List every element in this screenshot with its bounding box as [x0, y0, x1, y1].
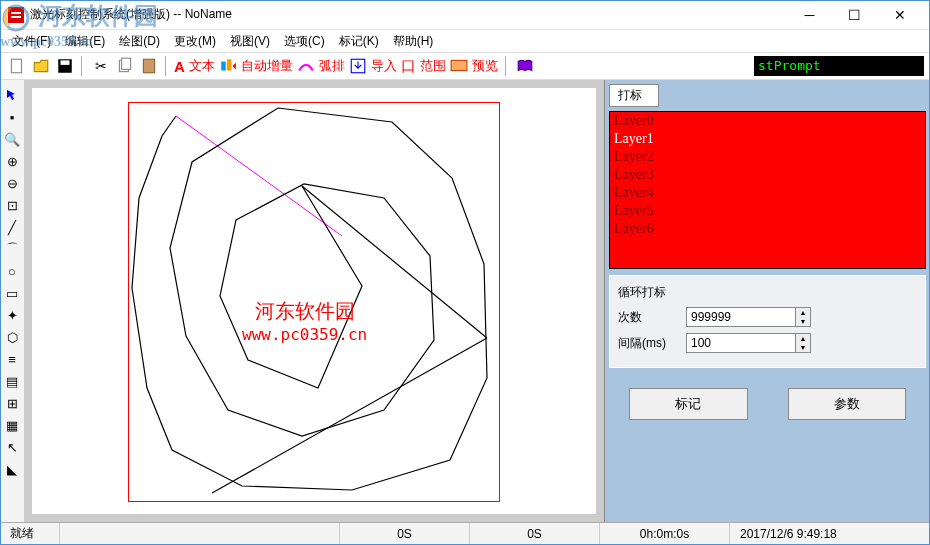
status-elapsed: 0h:0m:0s — [600, 523, 730, 544]
node-tool[interactable]: ▪ — [3, 108, 21, 126]
hatch-tool[interactable]: ▤ — [3, 372, 21, 390]
layer-item[interactable]: Layer1 — [610, 130, 925, 148]
curve-tool[interactable]: ⌒ — [3, 240, 21, 258]
polygon-tool[interactable]: ⬡ — [3, 328, 21, 346]
prompt-display: stPrompt — [754, 56, 924, 76]
svg-rect-8 — [143, 59, 154, 73]
autoinc-icon — [219, 57, 237, 75]
layer-list[interactable]: Layer0 Layer1 Layer2 Layer3 Layer4 Layer… — [609, 111, 926, 269]
line-tool[interactable]: ╱ — [3, 218, 21, 236]
status-time2: 0S — [470, 523, 600, 544]
canvas-area: 河东软件园 www.pc0359.cn — [24, 80, 604, 522]
svg-rect-3 — [11, 59, 21, 73]
zoom-tool[interactable]: 🔍 — [3, 130, 21, 148]
svg-rect-2 — [11, 16, 21, 18]
zoom-in-tool[interactable]: ⊕ — [3, 152, 21, 170]
layer-item[interactable]: Layer3 — [610, 166, 925, 184]
layer-item[interactable]: Layer5 — [610, 202, 925, 220]
status-datetime: 2017/12/6 9:49:18 — [730, 523, 930, 544]
grid-tool[interactable]: ▦ — [3, 416, 21, 434]
left-toolbar: ▪ 🔍 ⊕ ⊖ ⊡ ╱ ⌒ ○ ▭ ✦ ⬡ ≡ ▤ ⊞ ▦ ↖ ◣ — [0, 80, 24, 522]
main-toolbar: ✂ A 文本 自动增量 弧排 导入 口 范围 预览 stPrompt — [0, 52, 930, 80]
zoom-fit-tool[interactable]: ⊡ — [3, 196, 21, 214]
menu-edit[interactable]: 编辑(E) — [59, 31, 111, 52]
loop-group: 循环打标 次数 ▲▼ 间隔(ms) ▲▼ — [609, 275, 926, 368]
scan-tool[interactable]: ≡ — [3, 350, 21, 368]
layer-item[interactable]: Layer0 — [610, 112, 925, 130]
svg-rect-1 — [11, 12, 21, 14]
paste-button[interactable] — [138, 55, 160, 77]
new-button[interactable] — [6, 55, 28, 77]
copy-button[interactable] — [114, 55, 136, 77]
canvas-drawing — [32, 88, 596, 514]
svg-rect-10 — [227, 59, 232, 70]
param-button[interactable]: 参数 — [788, 388, 907, 420]
layer-item[interactable]: Layer2 — [610, 148, 925, 166]
preview-icon — [450, 57, 468, 75]
cut-button[interactable]: ✂ — [90, 55, 112, 77]
tab-mark[interactable]: 打标 — [609, 84, 659, 107]
arc-icon — [297, 57, 315, 75]
menu-mark[interactable]: 标记(K) — [333, 31, 385, 52]
import-button[interactable]: 导入 — [369, 57, 399, 75]
statusbar: 就绪 0S 0S 0h:0m:0s 2017/12/6 9:49:18 — [0, 522, 930, 544]
array-tool[interactable]: ⊞ — [3, 394, 21, 412]
count-spinner[interactable]: ▲▼ — [796, 307, 811, 327]
menubar: 文件(F) 编辑(E) 绘图(D) 更改(M) 视图(V) 选项(C) 标记(K… — [0, 30, 930, 52]
help-book-icon[interactable] — [514, 55, 536, 77]
drawing-canvas[interactable]: 河东软件园 www.pc0359.cn — [32, 88, 596, 514]
status-ready: 就绪 — [0, 523, 60, 544]
range-button[interactable]: 范围 — [418, 57, 448, 75]
maximize-button[interactable]: ☐ — [832, 1, 877, 29]
svg-rect-12 — [451, 60, 467, 70]
range-icon: 口 — [401, 57, 416, 76]
open-button[interactable] — [30, 55, 52, 77]
status-spacer — [60, 523, 340, 544]
layer-item[interactable]: Layer6 — [610, 220, 925, 238]
ellipse-tool[interactable]: ○ — [3, 262, 21, 280]
pointer-tool[interactable]: ↖ — [3, 438, 21, 456]
angle-tool[interactable]: ◣ — [3, 460, 21, 478]
titlebar: 激光标刻控制系统(增强版) -- NoName ─ ☐ ✕ — [0, 0, 930, 30]
window-title: 激光标刻控制系统(增强版) -- NoName — [30, 6, 787, 23]
interval-spinner[interactable]: ▲▼ — [796, 333, 811, 353]
select-tool[interactable] — [3, 86, 21, 104]
interval-label: 间隔(ms) — [618, 335, 678, 352]
svg-rect-7 — [122, 58, 131, 69]
preview-button[interactable]: 预览 — [470, 57, 500, 75]
menu-file[interactable]: 文件(F) — [6, 31, 57, 52]
interval-input[interactable] — [686, 333, 796, 353]
zoom-out-tool[interactable]: ⊖ — [3, 174, 21, 192]
menu-modify[interactable]: 更改(M) — [168, 31, 222, 52]
autoinc-button[interactable]: 自动增量 — [239, 57, 295, 75]
menu-help[interactable]: 帮助(H) — [387, 31, 440, 52]
right-panel: 打标 Layer0 Layer1 Layer2 Layer3 Layer4 La… — [604, 80, 930, 522]
status-time1: 0S — [340, 523, 470, 544]
rect-tool[interactable]: ▭ — [3, 284, 21, 302]
close-button[interactable]: ✕ — [877, 1, 922, 29]
layer-item[interactable]: Layer4 — [610, 184, 925, 202]
menu-draw[interactable]: 绘图(D) — [113, 31, 166, 52]
loop-title: 循环打标 — [618, 284, 917, 301]
svg-rect-5 — [61, 60, 70, 65]
menu-options[interactable]: 选项(C) — [278, 31, 331, 52]
import-icon — [349, 57, 367, 75]
mark-button[interactable]: 标记 — [629, 388, 748, 420]
save-button[interactable] — [54, 55, 76, 77]
count-label: 次数 — [618, 309, 678, 326]
menu-view[interactable]: 视图(V) — [224, 31, 276, 52]
arc-button[interactable]: 弧排 — [317, 57, 347, 75]
svg-rect-9 — [221, 62, 226, 71]
text-tool-button[interactable]: 文本 — [187, 57, 217, 75]
count-input[interactable] — [686, 307, 796, 327]
app-icon — [8, 7, 24, 23]
star-tool[interactable]: ✦ — [3, 306, 21, 324]
text-a-icon: A — [174, 58, 185, 75]
svg-rect-0 — [8, 7, 24, 23]
minimize-button[interactable]: ─ — [787, 1, 832, 29]
